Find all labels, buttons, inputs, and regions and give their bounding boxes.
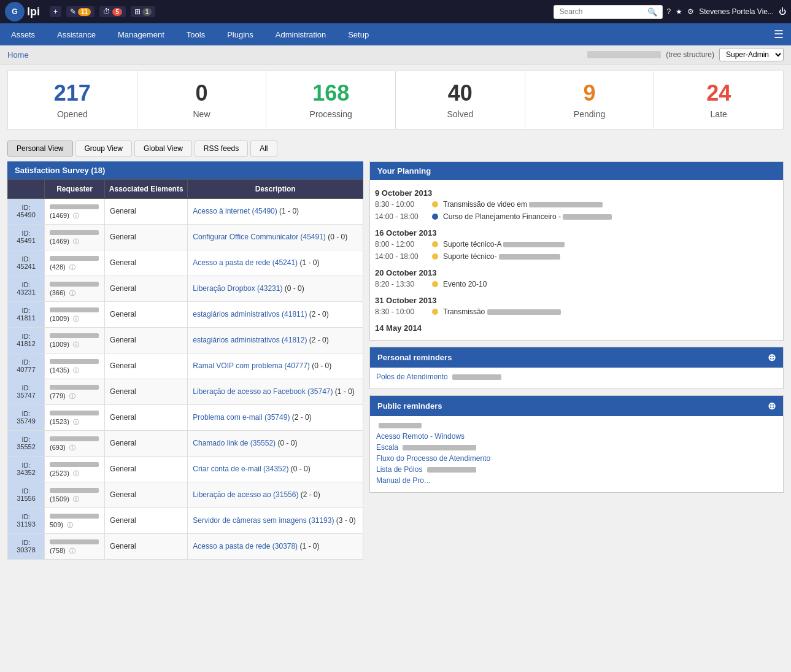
desc-link[interactable]: Liberação Dropbox (43231) (193, 284, 282, 293)
info-icon[interactable]: ⓘ (73, 367, 79, 374)
info-icon[interactable]: ⓘ (69, 547, 75, 554)
info-icon[interactable]: ⓘ (73, 341, 79, 348)
info-icon[interactable]: ⓘ (73, 470, 79, 477)
navbar: Assets Assistance Management Tools Plugi… (0, 23, 791, 45)
nav-assets[interactable]: Assets (0, 23, 46, 45)
table-row-desc: Acesso a pasta de rede (45241) (1 - 0) (188, 250, 363, 276)
table-row-desc: Configurar Office Communicator (45491) (… (188, 224, 363, 250)
table-row-desc: Ramal VOIP com problema (40777) (0 - 0) (188, 353, 363, 379)
table-row-requester: (1509) ⓘ (45, 482, 105, 508)
tab-personal[interactable]: Personal View (7, 141, 73, 156)
stat-new-number: 0 (144, 81, 260, 106)
desc-link[interactable]: estagiários administrativos (41811) (193, 310, 307, 319)
personal-reminders-add[interactable]: ⊕ (768, 352, 776, 363)
table-row-assoc: General (105, 327, 188, 353)
reminder-blurred (403, 445, 476, 450)
info-icon[interactable]: ⓘ (69, 393, 75, 400)
home-breadcrumb[interactable]: Home (7, 50, 29, 60)
desc-link[interactable]: Ramal VOIP com problema (40777) (193, 361, 310, 370)
info-icon[interactable]: ⓘ (73, 212, 79, 219)
desc-link[interactable]: Acesso a pasta de rede (30378) (193, 542, 298, 550)
public-reminder-item[interactable] (376, 421, 777, 430)
info-icon[interactable]: ⓘ (73, 496, 79, 503)
desc-link[interactable]: Chamado link de (35552) (193, 439, 276, 447)
desc-link[interactable]: Configurar Office Communicator (45491) (193, 233, 326, 241)
tasks-button[interactable]: ✎ 11 (66, 6, 95, 17)
table-row-assoc: General (105, 533, 188, 559)
table-row-id: ID:45241 (8, 250, 45, 276)
desc-link[interactable]: Servidor de câmeras sem imagens (31193) (193, 516, 334, 525)
table-row-id: ID:34352 (8, 456, 45, 482)
public-reminder-item[interactable]: Lista de Pólos (376, 465, 777, 474)
requester-blurred (50, 488, 99, 493)
stat-late-number: 24 (660, 81, 777, 106)
desc-link[interactable]: Problema com e-mail (35749) (193, 413, 290, 422)
nav-assistance[interactable]: Assistance (46, 23, 107, 45)
desc-link[interactable]: estagiários administrativos (41812) (193, 336, 307, 344)
nav-plugins[interactable]: Plugins (216, 23, 264, 45)
clock-button[interactable]: ⏱ 5 (99, 6, 126, 17)
grid-button[interactable]: ⊞ 1 (131, 6, 156, 17)
event-text: Suporte técnico- (443, 252, 778, 261)
tasks-badge: 11 (78, 8, 91, 16)
stat-opened-number: 217 (14, 81, 131, 106)
table-row-id: ID:31556 (8, 482, 45, 508)
event-time: 8:20 - 13:30 (375, 280, 427, 288)
public-reminders-header: Public reminders ⊕ (370, 396, 783, 416)
public-reminder-item[interactable]: Escala (376, 443, 777, 452)
nav-management[interactable]: Management (107, 23, 176, 45)
profile-select[interactable]: Super-Admin (719, 48, 784, 61)
public-reminders-add[interactable]: ⊕ (768, 400, 776, 412)
table-row-requester: (693) ⓘ (45, 430, 105, 456)
event-blurred (563, 214, 612, 220)
desc-link[interactable]: Criar conta de e-mail (34352) (193, 465, 288, 473)
public-reminder-item[interactable]: Acesso Remoto - Windows (376, 432, 777, 441)
personal-reminders-header: Personal reminders ⊕ (370, 347, 783, 368)
info-icon[interactable]: ⓘ (69, 444, 75, 451)
personal-reminder-item[interactable]: Polos de Atendimento (376, 373, 777, 381)
desc-link[interactable]: Liberação de acesso ao Facebook (35747) (193, 387, 333, 396)
desc-link[interactable]: Acesso a pasta de rede (45241) (193, 258, 298, 267)
help-button[interactable]: ? (666, 7, 671, 16)
add-button[interactable]: + (50, 6, 61, 17)
tab-all[interactable]: All (250, 141, 277, 156)
nav-setup[interactable]: Setup (337, 23, 380, 45)
nav-tools[interactable]: Tools (176, 23, 216, 45)
info-icon[interactable]: ⓘ (69, 264, 75, 271)
event-time: 8:00 - 12:00 (375, 240, 427, 249)
info-icon[interactable]: ⓘ (73, 238, 79, 245)
desc-link[interactable]: Acesso à internet (45490) (193, 207, 277, 215)
power-button[interactable]: ⏻ (779, 7, 786, 16)
info-icon[interactable]: ⓘ (69, 290, 75, 296)
tab-group[interactable]: Group View (75, 141, 132, 156)
requester-blurred (50, 230, 99, 235)
grid-icon: ⊞ (134, 7, 141, 16)
table-row-assoc: General (105, 198, 188, 224)
reminder-blurred (452, 374, 501, 380)
tab-rss[interactable]: RSS feeds (195, 141, 248, 156)
public-reminder-item[interactable]: Fluxo do Processo de Atendimento (376, 454, 777, 463)
public-reminder-item[interactable]: Manual de Pro... (376, 476, 777, 485)
requester-blurred (50, 307, 99, 312)
stat-processing-label: Processing (272, 109, 389, 119)
menu-icon[interactable]: ☰ (766, 28, 791, 41)
table-row-desc: Liberação de acesso ao Facebook (35747) … (188, 379, 363, 404)
logo-icon: G (5, 2, 25, 21)
event-text: Suporte técnico-A (443, 240, 778, 249)
tab-global[interactable]: Global View (134, 141, 192, 156)
favorites-button[interactable]: ★ (676, 7, 682, 16)
stat-processing: 168 Processing (266, 71, 396, 129)
table-row-id: ID:43231 (8, 276, 45, 301)
nav-administration[interactable]: Administration (264, 23, 337, 45)
desc-link[interactable]: Liberação de acesso ao (31556) (193, 490, 298, 499)
table-row-desc: Criar conta de e-mail (34352) (0 - 0) (188, 456, 363, 482)
info-icon[interactable]: ⓘ (73, 315, 79, 322)
info-icon[interactable]: ⓘ (67, 522, 73, 528)
search-input[interactable] (559, 7, 645, 16)
table-row-id: ID:30378 (8, 533, 45, 559)
event-blurred (503, 242, 565, 247)
settings-button[interactable]: ⚙ (687, 7, 694, 16)
info-icon[interactable]: ⓘ (73, 419, 79, 425)
search-icon: 🔍 (647, 7, 657, 17)
requester-blurred (50, 333, 99, 338)
